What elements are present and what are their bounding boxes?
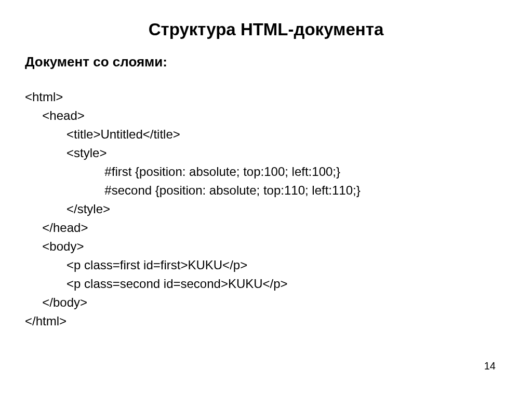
slide-subtitle: Документ со слоями:: [25, 54, 507, 70]
code-line: </style>: [25, 200, 507, 218]
slide-title: Структура HTML-документа: [25, 20, 507, 39]
code-block: <html> <head> <title>Untitled</title> <s…: [25, 88, 507, 331]
code-line: <html>: [25, 88, 507, 106]
code-line: #first {position: absolute; top:100; lef…: [25, 162, 507, 181]
code-line: <head>: [25, 106, 507, 125]
code-line: #second {position: absolute; top:110; le…: [25, 181, 507, 200]
code-line: <body>: [25, 237, 507, 256]
code-line: <style>: [25, 144, 507, 162]
code-line: <p class=second id=second>KUKU</p>: [25, 275, 507, 293]
slide-content: Структура HTML-документа Документ со сло…: [0, 0, 532, 331]
code-line: </head>: [25, 218, 507, 237]
code-line: </html>: [25, 312, 507, 331]
page-number: 14: [484, 360, 496, 372]
code-line: <title>Untitled</title>: [25, 125, 507, 144]
code-line: <p class=first id=first>KUKU</p>: [25, 256, 507, 275]
code-line: </body>: [25, 293, 507, 312]
